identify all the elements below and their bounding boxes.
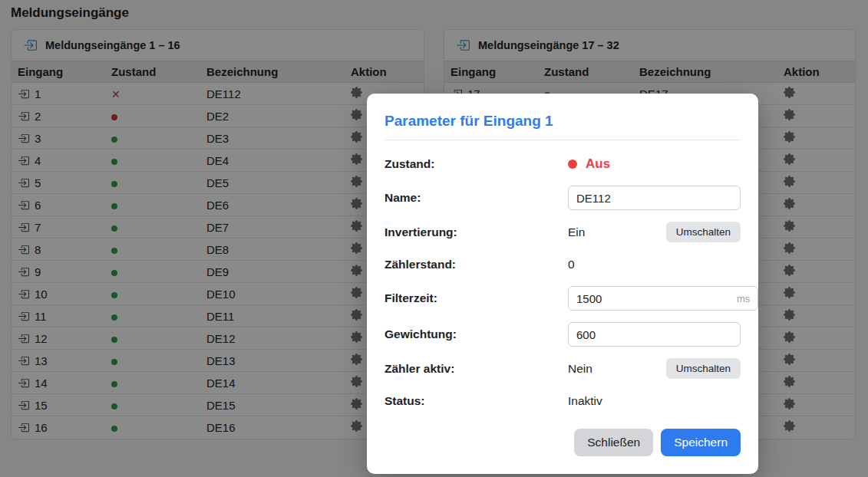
field-row-zaehler-aktiv: Zähler aktiv: Nein Umschalten xyxy=(384,358,741,379)
filterzeit-unit: ms xyxy=(737,293,757,304)
invertierung-value: Ein xyxy=(568,225,585,239)
field-row-filterzeit: Filterzeit: ms xyxy=(384,286,741,311)
zustand-value: Aus xyxy=(568,156,610,172)
divider xyxy=(384,140,741,140)
name-input[interactable] xyxy=(568,186,741,210)
gewichtung-label: Gewichtung: xyxy=(384,327,568,341)
zaehler-aktiv-value: Nein xyxy=(568,362,592,376)
zaehlerstand-value: 0 xyxy=(568,258,575,271)
dialog-title: Parameter für Eingang 1 xyxy=(384,113,741,130)
zaehler-aktiv-label: Zähler aktiv: xyxy=(384,362,568,376)
gewichtung-input[interactable] xyxy=(568,322,741,347)
dialog-actions: Schließen Speichern xyxy=(384,429,741,456)
status-label: Status: xyxy=(384,394,568,408)
field-row-invertierung: Invertierung: Ein Umschalten xyxy=(384,222,741,242)
zaehlerstand-label: Zählerstand: xyxy=(384,258,568,271)
filterzeit-label: Filterzeit: xyxy=(384,291,568,305)
save-button[interactable]: Speichern xyxy=(661,429,741,456)
field-row-zaehlerstand: Zählerstand: 0 xyxy=(384,254,741,275)
filterzeit-input[interactable] xyxy=(569,287,737,310)
invertierung-label: Invertierung: xyxy=(384,225,568,239)
status-value: Inaktiv xyxy=(568,394,602,408)
field-row-zustand: Zustand: Aus xyxy=(384,153,741,174)
field-row-status: Status: Inaktiv xyxy=(384,390,741,411)
invertierung-toggle-button[interactable]: Umschalten xyxy=(666,222,741,242)
field-row-gewichtung: Gewichtung: xyxy=(384,322,741,347)
zaehler-aktiv-toggle-button[interactable]: Umschalten xyxy=(666,358,741,379)
field-row-name: Name: xyxy=(384,186,741,210)
name-label: Name: xyxy=(384,191,568,205)
zustand-label: Zustand: xyxy=(384,157,568,171)
parameter-dialog: Parameter für Eingang 1 Zustand: Aus Nam… xyxy=(367,94,758,474)
close-button[interactable]: Schließen xyxy=(574,429,653,456)
state-off-dot-icon xyxy=(568,160,577,169)
